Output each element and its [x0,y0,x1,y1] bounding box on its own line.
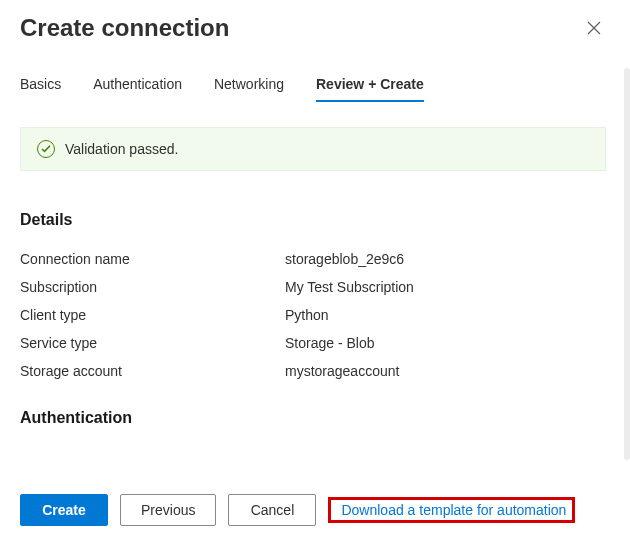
close-icon [587,21,601,35]
label-service-type: Service type [20,335,285,351]
row-subscription: Subscription My Test Subscription [20,273,606,301]
row-client-type: Client type Python [20,301,606,329]
scrollbar[interactable] [624,68,630,460]
close-button[interactable] [578,12,610,44]
label-subscription: Subscription [20,279,285,295]
tab-basics[interactable]: Basics [20,68,61,102]
row-storage-account: Storage account mystorageaccount [20,357,606,385]
row-service-type: Service type Storage - Blob [20,329,606,357]
label-client-type: Client type [20,307,285,323]
cancel-button[interactable]: Cancel [228,494,316,526]
row-connection-name: Connection name storageblob_2e9c6 [20,245,606,273]
download-template-link[interactable]: Download a template for automation [341,502,566,518]
value-storage-account: mystorageaccount [285,363,399,379]
label-connection-name: Connection name [20,251,285,267]
validation-banner: Validation passed. [20,127,606,171]
validation-message: Validation passed. [65,141,178,157]
panel-title: Create connection [20,14,229,42]
panel-footer: Create Previous Cancel Download a templa… [20,480,610,542]
panel-content: Validation passed. Details Connection na… [20,127,610,480]
label-storage-account: Storage account [20,363,285,379]
tab-networking[interactable]: Networking [214,68,284,102]
tab-authentication[interactable]: Authentication [93,68,182,102]
panel-header: Create connection [20,12,610,68]
authentication-heading: Authentication [20,409,606,427]
value-connection-name: storageblob_2e9c6 [285,251,404,267]
tabs: Basics Authentication Networking Review … [20,68,610,103]
value-client-type: Python [285,307,329,323]
value-service-type: Storage - Blob [285,335,375,351]
create-connection-panel: Create connection Basics Authentication … [0,0,630,542]
value-subscription: My Test Subscription [285,279,414,295]
success-icon [37,140,55,158]
details-heading: Details [20,211,606,229]
download-template-highlight: Download a template for automation [328,497,575,523]
previous-button[interactable]: Previous [120,494,216,526]
tab-review-create[interactable]: Review + Create [316,68,424,102]
create-button[interactable]: Create [20,494,108,526]
